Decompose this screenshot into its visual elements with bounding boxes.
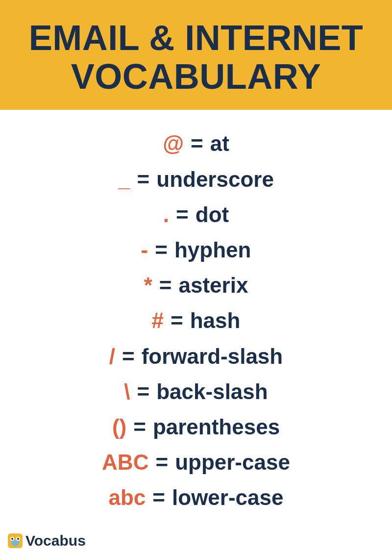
equals-sign: = xyxy=(155,448,168,476)
equals-sign: = xyxy=(122,342,135,370)
word-parentheses: parentheses xyxy=(153,413,280,441)
symbol-dot: . xyxy=(163,201,169,228)
vocab-row: () = parentheses xyxy=(112,413,280,441)
vocab-row: \ = back-slash xyxy=(124,378,268,405)
word-dot: dot xyxy=(196,201,229,228)
word-at: at xyxy=(210,129,229,157)
equals-sign: = xyxy=(137,378,150,405)
title-line-1: EMAIL & INTERNET xyxy=(29,18,364,57)
word-lower-case: lower-case xyxy=(172,483,283,511)
owl-icon xyxy=(8,533,23,548)
equals-sign: = xyxy=(191,129,203,157)
vocab-row: - = hyphen xyxy=(141,236,251,264)
symbol-at: @ xyxy=(163,129,184,157)
page-title: EMAIL & INTERNET VOCABULARY xyxy=(10,19,382,96)
vocab-row: abc = lower-case xyxy=(109,483,284,511)
vocab-row: _ = underscore xyxy=(118,165,274,193)
symbol-forward-slash: / xyxy=(109,342,115,370)
symbol-upper-case: ABC xyxy=(102,448,148,476)
equals-sign: = xyxy=(171,306,183,334)
symbol-lower-case: abc xyxy=(109,483,146,511)
equals-sign: = xyxy=(155,236,168,264)
word-hash: hash xyxy=(190,306,241,334)
vocab-row: * = asterix xyxy=(144,271,248,299)
equals-sign: = xyxy=(152,483,165,511)
word-hyphen: hyphen xyxy=(174,236,251,264)
word-back-slash: back-slash xyxy=(156,378,268,405)
vocab-row: # = hash xyxy=(152,306,241,334)
word-asterix: asterix xyxy=(178,271,248,299)
title-line-2: VOCABULARY xyxy=(71,57,321,96)
equals-sign: = xyxy=(133,413,146,441)
vocab-list: @ = at _ = underscore . = dot - = hyphen… xyxy=(0,110,392,521)
word-forward-slash: forward-slash xyxy=(142,342,283,370)
equals-sign: = xyxy=(176,201,189,228)
equals-sign: = xyxy=(137,165,150,193)
brand-name: Vocabus xyxy=(25,532,86,549)
symbol-asterix: * xyxy=(144,271,152,299)
word-underscore: underscore xyxy=(156,165,274,193)
vocab-row: ABC = upper-case xyxy=(102,448,290,476)
symbol-hyphen: - xyxy=(141,236,148,264)
word-upper-case: upper-case xyxy=(175,448,290,476)
symbol-parentheses: () xyxy=(112,413,126,441)
equals-sign: = xyxy=(159,271,172,299)
vocab-row: . = dot xyxy=(163,201,229,228)
symbol-underscore: _ xyxy=(118,165,130,193)
footer-brand: Vocabus xyxy=(8,532,86,549)
header-banner: EMAIL & INTERNET VOCABULARY xyxy=(0,0,392,110)
symbol-back-slash: \ xyxy=(124,378,130,405)
vocab-row: @ = at xyxy=(163,129,229,157)
vocab-row: / = forward-slash xyxy=(109,342,283,370)
symbol-hash: # xyxy=(152,306,164,334)
